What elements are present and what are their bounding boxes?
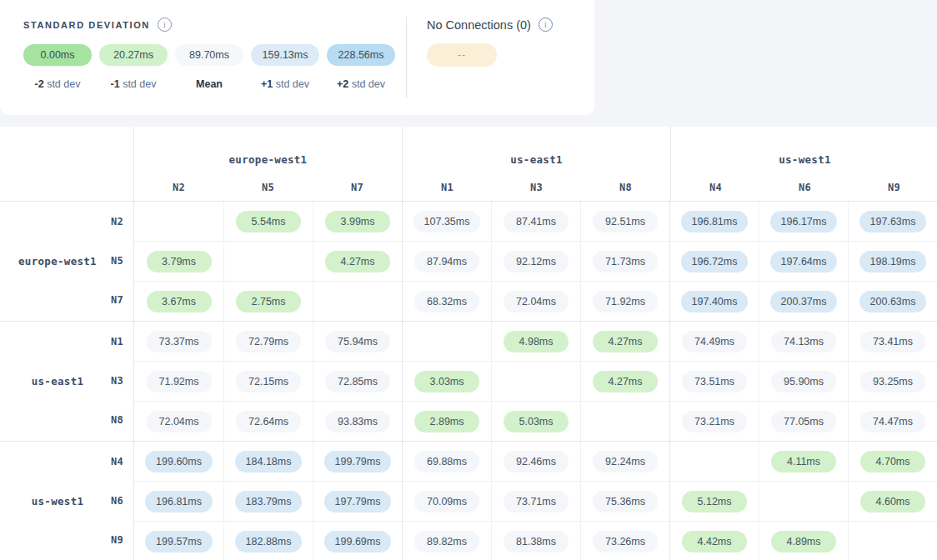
latency-cell[interactable] [223,242,313,281]
latency-cell[interactable]: 92.24ms [580,442,669,481]
latency-pill: 4.27ms [593,331,658,352]
latency-cell[interactable]: 89.82ms [402,522,491,560]
latency-cell[interactable] [134,202,223,241]
column-node-header[interactable]: N5 [223,173,313,201]
latency-cell[interactable]: 81.38ms [491,522,580,560]
latency-cell[interactable]: 92.46ms [491,442,580,481]
stddev-label: +2 std dev [327,78,395,90]
latency-cell[interactable]: 4.11ms [759,442,848,481]
latency-cell[interactable]: 68.32ms [402,282,491,321]
latency-cell[interactable]: 73.51ms [669,362,759,401]
latency-cell[interactable]: 71.92ms [134,362,223,401]
latency-cell[interactable]: 2.89ms [402,402,491,441]
latency-cell[interactable]: 3.03ms [402,362,491,401]
latency-cell[interactable] [848,522,937,560]
latency-cell[interactable]: 5.03ms [491,402,580,441]
latency-cell[interactable]: 75.94ms [313,322,402,361]
latency-cell[interactable]: 3.99ms [313,202,402,241]
latency-cell[interactable]: 107.35ms [402,202,491,241]
latency-cell[interactable]: 73.41ms [848,322,937,361]
latency-cell[interactable]: 198.19ms [848,242,937,281]
latency-pill: 92.12ms [504,251,569,272]
latency-cell[interactable]: 72.04ms [491,282,580,321]
column-node-header[interactable]: N9 [849,173,937,201]
column-node-header[interactable]: N6 [760,173,849,201]
latency-cell[interactable] [491,362,580,401]
latency-cell[interactable]: 5.54ms [223,202,313,241]
latency-pill: 89.82ms [414,531,479,552]
latency-cell[interactable]: 72.04ms [134,402,223,441]
latency-cell[interactable]: 196.72ms [669,242,759,281]
latency-cell[interactable]: 93.83ms [313,402,402,441]
latency-cell[interactable]: 73.26ms [580,522,669,560]
latency-cell[interactable]: 4.27ms [580,362,669,401]
latency-cell[interactable]: 197.79ms [313,482,402,521]
info-icon[interactable] [158,18,172,32]
latency-cell[interactable]: 73.71ms [491,482,580,521]
latency-cell[interactable]: 72.79ms [223,322,313,361]
latency-cell[interactable]: 200.63ms [848,282,937,321]
latency-cell[interactable]: 72.15ms [223,362,313,401]
latency-cell[interactable] [759,482,848,521]
latency-cell[interactable]: 182.88ms [223,522,313,560]
column-node-header[interactable]: N3 [492,173,581,201]
latency-cell[interactable]: 200.37ms [759,282,848,321]
latency-cell[interactable]: 72.64ms [223,402,313,441]
latency-cell[interactable]: 184.18ms [223,442,313,481]
latency-cell[interactable]: 2.75ms [223,282,313,321]
latency-cell[interactable]: 74.13ms [759,322,848,361]
latency-cell[interactable]: 74.47ms [848,402,937,441]
latency-cell[interactable]: 183.79ms [223,482,313,521]
latency-cell[interactable]: 3.67ms [134,282,223,321]
latency-cell[interactable]: 70.09ms [402,482,491,521]
latency-cell[interactable]: 197.40ms [669,282,759,321]
column-node-header[interactable]: N8 [581,173,670,201]
latency-cell[interactable]: 199.79ms [313,442,402,481]
latency-cell[interactable]: 74.49ms [669,322,759,361]
latency-cell[interactable]: 5.12ms [669,482,759,521]
latency-cell[interactable] [580,402,669,441]
latency-cell[interactable]: 73.21ms [669,402,759,441]
latency-cell[interactable]: 93.25ms [848,362,937,401]
latency-cell[interactable] [402,322,491,361]
latency-cell[interactable]: 4.42ms [669,522,759,560]
column-node-header[interactable]: N7 [313,173,402,201]
latency-cell[interactable]: 197.63ms [848,202,937,241]
latency-cell[interactable]: 196.81ms [134,482,223,521]
matrix-corner-cell [0,127,133,201]
latency-cell[interactable]: 196.17ms [759,202,848,241]
latency-cell[interactable]: 73.37ms [134,322,223,361]
latency-cell[interactable]: 4.27ms [580,322,669,361]
latency-cell[interactable]: 95.90ms [759,362,848,401]
latency-cell[interactable] [669,442,759,481]
latency-cell[interactable]: 77.05ms [759,402,848,441]
latency-cell[interactable]: 71.73ms [580,242,669,281]
no-connections-pill: -- [427,43,497,67]
latency-cell[interactable]: 72.85ms [313,362,402,401]
latency-cell[interactable]: 4.27ms [313,242,402,281]
latency-cell[interactable]: 71.92ms [580,282,669,321]
latency-cell[interactable]: 199.60ms [134,442,223,481]
latency-cell[interactable]: 3.79ms [134,242,223,281]
column-node-header[interactable]: N1 [403,173,492,201]
latency-cell[interactable]: 4.60ms [848,482,937,521]
latency-cell[interactable]: 92.12ms [491,242,580,281]
latency-cell[interactable]: 4.70ms [848,442,937,481]
stddev-pill-row: 0.00ms20.27ms89.70ms159.13ms228.56ms [23,44,406,66]
column-node-row: N1N3N8 [403,173,670,201]
latency-cell[interactable]: 75.36ms [580,482,669,521]
latency-cell[interactable]: 197.64ms [759,242,848,281]
latency-cell[interactable]: 4.89ms [759,522,848,560]
latency-cell[interactable]: 199.69ms [313,522,402,560]
latency-cell[interactable]: 87.94ms [402,242,491,281]
latency-cell[interactable]: 199.57ms [134,522,223,560]
info-icon[interactable] [539,18,553,32]
latency-cell[interactable]: 92.51ms [580,202,669,241]
column-node-header[interactable]: N4 [671,173,760,201]
column-node-header[interactable]: N2 [134,173,223,201]
latency-cell[interactable]: 69.88ms [402,442,491,481]
latency-cell[interactable]: 196.81ms [669,202,759,241]
latency-cell[interactable]: 87.41ms [491,202,580,241]
latency-cell[interactable]: 4.98ms [491,322,580,361]
latency-cell[interactable] [313,282,402,321]
